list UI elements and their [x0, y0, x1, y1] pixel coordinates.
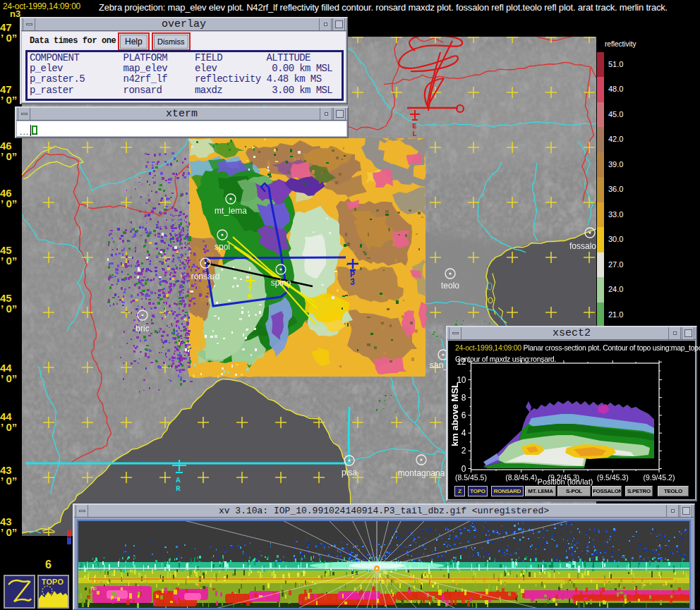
svg-text:Position (lon/lat): Position (lon/lat) — [538, 477, 593, 486]
svg-text:montagnana: montagnana — [398, 468, 445, 478]
svg-text:4: 4 — [461, 428, 466, 438]
svg-text:8: 8 — [461, 393, 466, 403]
svg-text:0: 0 — [461, 464, 466, 474]
svg-text:km above MSL: km above MSL — [449, 382, 460, 446]
svg-text:teolo: teolo — [441, 281, 459, 291]
svg-text:spino: spino — [271, 278, 291, 288]
svg-text:(8.5/45.5): (8.5/45.5) — [455, 473, 487, 482]
svg-text:M: M — [248, 293, 253, 301]
svg-text:spol: spol — [215, 242, 230, 252]
svg-text:pisa: pisa — [342, 468, 357, 477]
svg-text:R: R — [176, 484, 181, 493]
svg-text:(9.5/45.3): (9.5/45.3) — [597, 473, 629, 482]
svg-text:(9.9/45.2): (9.9/45.2) — [644, 473, 675, 482]
svg-text:fossalo: fossalo — [569, 241, 596, 251]
svg-text:L: L — [412, 130, 417, 138]
svg-text:mt_lema: mt_lema — [215, 206, 247, 216]
svg-text:bric: bric — [135, 324, 149, 334]
svg-text:3: 3 — [350, 278, 355, 288]
svg-text:(8.8/45.4): (8.8/45.4) — [505, 473, 537, 482]
svg-text:A: A — [176, 476, 181, 484]
svg-text:ronsard: ronsard — [191, 272, 220, 281]
svg-text:12: 12 — [457, 357, 466, 367]
svg-text:6: 6 — [461, 410, 466, 420]
svg-text:2: 2 — [461, 446, 466, 456]
